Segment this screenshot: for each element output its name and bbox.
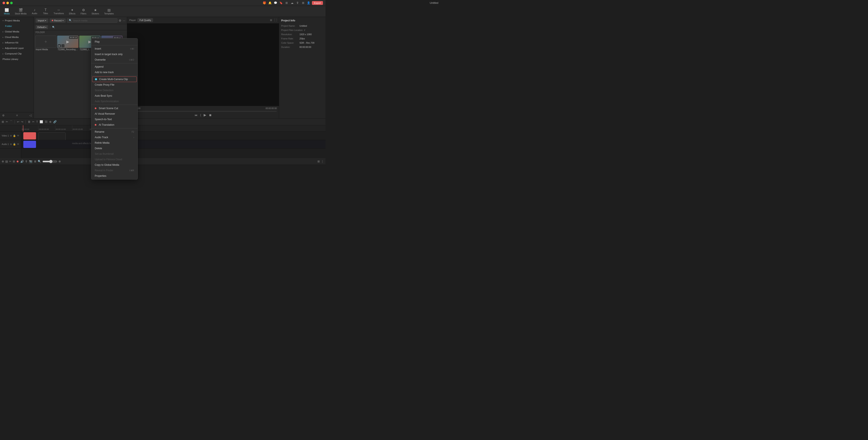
toolbar-media[interactable]: ⬜ Media: [2, 7, 12, 16]
tl-redo-icon[interactable]: ↪: [21, 120, 23, 123]
tl-undo-icon[interactable]: ↩: [17, 120, 19, 123]
tl-add-box-icon[interactable]: ⊞: [13, 160, 15, 163]
track-lock-icon[interactable]: 🔒: [13, 134, 16, 137]
toolbar-stock-media[interactable]: 🎬 Stock Media: [13, 7, 29, 16]
close-button[interactable]: [3, 2, 5, 4]
player-rewind-button[interactable]: ⟨: [200, 114, 201, 117]
ctx-insert[interactable]: Insert ⇧⌘I: [91, 46, 137, 52]
search-bar[interactable]: 🔍 Search media: [67, 18, 118, 23]
ctx-ai-vocal[interactable]: AI Vocal Remover: [91, 111, 137, 117]
ctx-rename[interactable]: Rename F2: [91, 129, 137, 134]
player-stop-button[interactable]: ⏹: [209, 114, 212, 117]
ctx-add-track[interactable]: Add to new track: [91, 69, 137, 75]
tl-stamp-icon[interactable]: ⊕: [49, 120, 52, 123]
toolbar-titles[interactable]: T Titles: [40, 7, 51, 15]
filter-icon[interactable]: ⚙: [119, 19, 121, 22]
minimize-button[interactable]: [6, 2, 9, 4]
ctx-create-proxy[interactable]: Create Proxy File: [91, 82, 137, 88]
track-eye-icon[interactable]: 👁: [17, 134, 19, 137]
tl-delete-icon[interactable]: 🗑: [28, 120, 31, 123]
collapse-icon[interactable]: ◁: [29, 114, 32, 117]
bookmark-icon[interactable]: 🔖: [279, 1, 283, 5]
tl-zoom-in-icon[interactable]: ⊕: [59, 160, 61, 163]
tl-text-icon[interactable]: T: [36, 120, 38, 123]
player-view-icon[interactable]: ⊞: [270, 19, 272, 22]
quality-button[interactable]: Full Quality: [137, 18, 153, 22]
track-add-audio-icon[interactable]: ⊕: [10, 143, 12, 146]
track-lock-audio-icon[interactable]: 🔒: [13, 143, 16, 146]
tl-box-icon[interactable]: ⬜: [40, 120, 43, 123]
more-icon[interactable]: ···: [123, 19, 125, 22]
tl-scissors-icon[interactable]: ✂: [6, 120, 8, 123]
ctx-delete[interactable]: Delete: [91, 146, 137, 151]
tl-hook-icon[interactable]: ⌒: [10, 120, 12, 124]
player-progress-bar-container[interactable]: [129, 111, 277, 112]
record-button[interactable]: Record ▾: [50, 19, 65, 23]
apps-icon[interactable]: ⊞: [301, 1, 305, 5]
clip-block-audio[interactable]: [23, 141, 36, 148]
track-eye-audio-icon[interactable]: 👁: [17, 143, 19, 146]
tl-cut2-icon[interactable]: ✂: [32, 120, 35, 123]
sidebar-item-adjustment-layer[interactable]: ▸ Adjustment Layer: [0, 45, 34, 51]
tl-view-options-icon[interactable]: ⊞: [317, 160, 320, 163]
ctx-speech-text[interactable]: Speech-to-Text: [91, 117, 137, 122]
tl-link-icon[interactable]: 🔗: [53, 120, 57, 123]
sidebar-item-photos-library[interactable]: Photos Library: [0, 56, 34, 62]
tl-cut3-icon[interactable]: ✂: [9, 160, 11, 163]
toolbar-filters[interactable]: ⚙ Filters: [79, 7, 89, 16]
grid-icon[interactable]: ⊞: [285, 1, 288, 5]
tl-add-track-icon[interactable]: ⊕: [2, 160, 4, 163]
new-folder-icon[interactable]: ⊕: [2, 114, 5, 117]
ctx-play[interactable]: Play: [91, 39, 137, 44]
import-button[interactable]: Import ▾: [36, 19, 48, 23]
ctx-auto-beat[interactable]: Auto Beat Sync: [91, 93, 137, 99]
default-view-button[interactable]: Default ▾: [36, 25, 48, 29]
sidebar-item-project-media[interactable]: ▾ Project Media: [0, 18, 34, 23]
tl-zoom-out-icon[interactable]: 🔍: [38, 160, 41, 163]
ctx-relink[interactable]: Relink Media: [91, 140, 137, 146]
player-prev-button[interactable]: ⏮: [194, 114, 197, 117]
cloud-icon[interactable]: ☁: [290, 1, 294, 5]
mic-icon[interactable]: 🎙: [296, 1, 299, 5]
ctx-overwrite[interactable]: Overwrite ⇧⌘O: [91, 57, 137, 63]
ctx-create-multicam[interactable]: Create Multi-Camera Clip: [92, 76, 137, 82]
user-avatar[interactable]: 👤: [307, 1, 310, 5]
tl-record-icon[interactable]: ⏺: [16, 160, 19, 163]
ctx-smart-scene[interactable]: Smart Scene Cut: [91, 105, 137, 111]
tl-camera-icon[interactable]: 📷: [29, 160, 32, 163]
ctx-append[interactable]: Append: [91, 64, 137, 69]
export-button[interactable]: Export: [312, 1, 323, 5]
search-icon-secondary[interactable]: 🔍: [52, 26, 55, 29]
player-fullscreen-icon[interactable]: ⛶: [274, 19, 277, 22]
ctx-copy-global[interactable]: Copy to Global Media: [91, 162, 137, 165]
toolbar-templates[interactable]: ▤ Templates: [102, 7, 116, 16]
tl-mic-icon[interactable]: 🎙: [25, 160, 28, 163]
media-item-import[interactable]: + Import Media: [35, 36, 56, 117]
gift-icon[interactable]: 🎁: [263, 1, 266, 5]
bell-icon[interactable]: 🔔: [268, 1, 272, 5]
player-play-button[interactable]: ▶: [204, 113, 206, 117]
toolbar-stickers[interactable]: ★ Stickers: [89, 7, 101, 16]
sidebar-item-global-media[interactable]: ▸ Global Media: [0, 29, 34, 34]
media-item-1[interactable]: ▶ 00:00:10 ▶ ♪ 722866_Recording P...: [57, 36, 79, 117]
sidebar-item-influence-kit[interactable]: ▸ Influence Kit: [0, 40, 34, 45]
tl-more-options-icon[interactable]: ⋮: [321, 160, 324, 163]
list-view-icon[interactable]: ≡: [16, 114, 18, 117]
ctx-ai-translate[interactable]: AI Translation: [91, 122, 137, 128]
tl-chain-icon[interactable]: ⛓: [45, 120, 48, 123]
tl-monitor-icon[interactable]: 🖥: [34, 160, 36, 163]
zoom-slider[interactable]: [42, 160, 57, 163]
tl-volume-icon[interactable]: 🔊: [20, 160, 24, 163]
tl-list-icon[interactable]: ▤: [5, 160, 8, 163]
sidebar-item-folder[interactable]: Folder: [0, 23, 34, 29]
toolbar-audio[interactable]: ♪ Audio: [29, 7, 40, 15]
clip-block-video[interactable]: [23, 132, 36, 139]
ctx-audio-track[interactable]: Audio Track ›: [91, 134, 137, 140]
sidebar-item-cloud-media[interactable]: ▸ Cloud Media: [0, 34, 34, 40]
tl-snap-icon[interactable]: ⊞: [2, 120, 4, 123]
maximize-button[interactable]: [10, 2, 13, 4]
sidebar-item-compound-clip[interactable]: ▸ Compound Clip: [0, 51, 34, 56]
track-add-icon[interactable]: ⊕: [10, 134, 12, 137]
toolbar-transitions[interactable]: ↔ Transitions: [52, 7, 66, 15]
toolbar-effects[interactable]: ✦ Effects: [67, 7, 78, 16]
